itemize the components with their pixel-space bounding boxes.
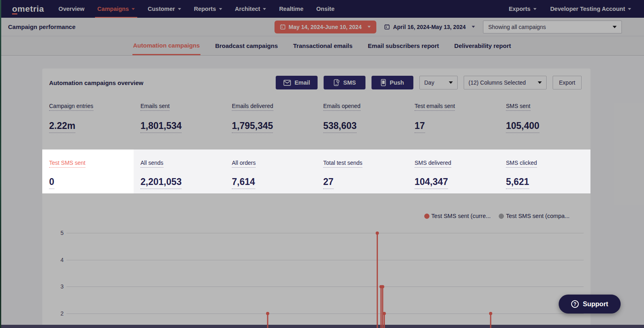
calendar-icon: [384, 24, 390, 29]
nav-customer[interactable]: Customer: [148, 0, 181, 18]
chevron-down-icon: [132, 8, 135, 10]
nav-realtime[interactable]: Realtime: [279, 0, 303, 18]
legend-dot-icon: [499, 214, 504, 219]
button-label: Push: [390, 79, 404, 86]
metric-value: 27: [323, 176, 408, 189]
mobile-phone-icon: [381, 79, 386, 86]
metric-label[interactable]: Total test sends: [323, 160, 362, 168]
nav-architect[interactable]: Architect: [235, 0, 266, 18]
nav-label: Customer: [148, 6, 175, 12]
metric-value: 5,621: [506, 176, 590, 189]
dropdown-arrow-icon: [449, 81, 453, 84]
campaign-filter-select[interactable]: Showing all campaigns: [483, 21, 622, 33]
metric-all-sends[interactable]: All sends2,201,053: [134, 149, 225, 193]
push-channel-button[interactable]: Push: [372, 76, 413, 89]
tab-broadcast-campaigns[interactable]: Broadcast campaigns: [214, 36, 279, 55]
columns-select[interactable]: (12) Columns Selected: [464, 76, 547, 89]
card-controls: Email SMS Push Day (12) Columns Selected: [276, 76, 582, 89]
card-title: Automation campaigns overview: [49, 79, 143, 86]
metric-value: 17: [415, 120, 506, 133]
chevron-down-icon: [367, 26, 371, 28]
metric-label[interactable]: Campaign entries: [49, 103, 93, 111]
metric-test-emails-sent[interactable]: Test emails sent17: [415, 102, 506, 133]
nav-label: Campaigns: [97, 6, 129, 12]
support-button[interactable]: ? Support: [559, 295, 621, 313]
metric-value: 1,801,534: [140, 120, 232, 133]
nav-right: Exports Developer Testing Account: [509, 0, 631, 18]
tab-email-subscribers-report[interactable]: Email subscribers report: [367, 36, 440, 55]
interval-select[interactable]: Day: [419, 76, 458, 89]
ometria-logo[interactable]: ometria: [12, 4, 44, 14]
comparison-date-range-label: April 16, 2024-May 13, 2024: [393, 24, 466, 30]
tab-transactional-emails[interactable]: Transactional emails: [292, 36, 353, 55]
chevron-down-icon: [263, 8, 266, 10]
nav-label: Exports: [509, 6, 530, 12]
app-window: ometria Overview Campaigns Customer Repo…: [0, 0, 644, 328]
metric-test-sms-sent[interactable]: Test SMS sent0: [42, 149, 134, 193]
nav-reports[interactable]: Reports: [194, 0, 222, 18]
legend-comparison-period[interactable]: Test SMS sent (compa...: [499, 213, 570, 219]
nav-exports[interactable]: Exports: [509, 0, 537, 18]
nav-overview[interactable]: Overview: [58, 0, 85, 18]
interval-value: Day: [424, 79, 434, 86]
export-button[interactable]: Export: [553, 76, 582, 89]
chevron-down-icon: [628, 8, 631, 10]
metric-campaign-entries[interactable]: Campaign entries2.22m: [49, 102, 140, 133]
nav-onsite[interactable]: Onsite: [316, 0, 334, 18]
primary-date-range-button[interactable]: May 14, 2024-June 10, 2024: [275, 21, 376, 33]
comparison-date-range-button[interactable]: April 16, 2024-May 13, 2024: [384, 24, 476, 30]
dropdown-arrow-icon: [538, 81, 542, 84]
metric-label[interactable]: Emails sent: [140, 103, 169, 111]
metric-value: 1,795,345: [232, 120, 323, 133]
card-header: Automation campaigns overview Email SMS …: [49, 76, 582, 89]
metric-label[interactable]: SMS sent: [506, 103, 530, 111]
spike-chart: [42, 220, 590, 328]
email-channel-button[interactable]: Email: [276, 76, 318, 89]
metric-label[interactable]: SMS delivered: [415, 160, 451, 168]
metric-total-test-sends[interactable]: Total test sends27: [316, 149, 408, 193]
legend-dot-icon: [424, 214, 429, 219]
metric-emails-sent[interactable]: Emails sent1,801,534: [140, 102, 232, 133]
metric-label[interactable]: Emails opened: [323, 103, 361, 111]
calendar-icon: [280, 24, 285, 29]
legend-label: Test SMS sent (curre...: [431, 213, 491, 219]
metric-emails-delivered[interactable]: Emails delivered1,795,345: [232, 102, 323, 133]
chevron-down-icon: [219, 8, 222, 10]
metric-sms-sent[interactable]: SMS sent105,400: [506, 102, 597, 133]
metric-label[interactable]: All sends: [140, 160, 163, 168]
metric-value: 2,201,053: [140, 176, 225, 189]
legend-current-period[interactable]: Test SMS sent (curre...: [424, 213, 491, 219]
metric-value: 2.22m: [49, 120, 140, 133]
highlighted-metrics-row: Test SMS sent0 All sends2,201,053 All or…: [42, 149, 590, 193]
metric-label[interactable]: All orders: [232, 160, 256, 168]
metric-label[interactable]: Emails delivered: [232, 103, 273, 111]
metric-value: 105,400: [506, 120, 597, 133]
envelope-icon: [283, 80, 291, 86]
nav-label: Onsite: [316, 6, 334, 12]
columns-value: (12) Columns Selected: [469, 79, 526, 86]
tab-deliverability-report[interactable]: Deliverability report: [454, 36, 512, 55]
report-tabs: Automation campaigns Broadcast campaigns…: [0, 36, 644, 56]
metric-sms-clicked[interactable]: SMS clicked5,621: [499, 149, 590, 193]
metric-label[interactable]: SMS clicked: [506, 160, 537, 168]
metric-value: 104,347: [415, 176, 499, 189]
account-menu[interactable]: Developer Testing Account: [550, 0, 631, 18]
chevron-down-icon: [178, 8, 181, 10]
question-circle-icon: ?: [571, 300, 579, 308]
metric-label[interactable]: Test emails sent: [415, 103, 455, 111]
metric-all-orders[interactable]: All orders7,614: [225, 149, 316, 193]
nav-label: Reports: [194, 6, 216, 12]
metric-sms-delivered[interactable]: SMS delivered104,347: [408, 149, 499, 193]
primary-date-range-label: May 14, 2024-June 10, 2024: [289, 24, 361, 30]
page-title: Campaign performance: [8, 23, 76, 30]
tab-automation-campaigns[interactable]: Automation campaigns: [132, 36, 201, 55]
metric-label[interactable]: Test SMS sent: [49, 160, 85, 168]
metric-emails-opened[interactable]: Emails opened538,603: [323, 102, 415, 133]
nav-campaigns[interactable]: Campaigns: [97, 0, 135, 18]
dropdown-arrow-icon: [613, 26, 617, 28]
sms-channel-button[interactable]: SMS: [324, 76, 365, 89]
button-label: Email: [295, 79, 310, 86]
chevron-down-icon: [472, 26, 475, 28]
campaign-filter-value: Showing all campaigns: [488, 24, 546, 30]
sms-phone-icon: [333, 79, 340, 86]
